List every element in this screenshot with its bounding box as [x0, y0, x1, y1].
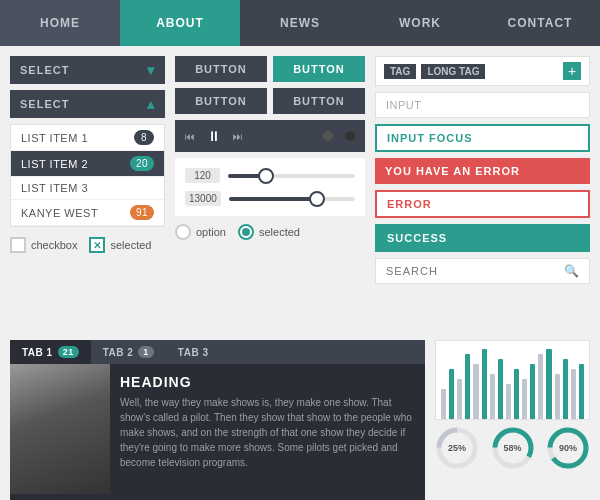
tabs-content: HEADING Well, the way they make shows is…	[10, 364, 425, 500]
search-icon: 🔍	[564, 264, 579, 278]
list-badge: 8	[134, 130, 154, 145]
bar	[490, 374, 495, 419]
bar	[579, 364, 584, 419]
tab-heading: HEADING	[120, 374, 415, 390]
bar	[465, 354, 470, 419]
slider-1-value: 120	[185, 168, 220, 183]
slider-1-track[interactable]	[228, 174, 355, 178]
radio-circle-unselected	[175, 224, 191, 240]
tab-tab3[interactable]: TAB 3	[166, 340, 221, 364]
error-button[interactable]: YOU HAVE AN ERROR	[375, 158, 590, 184]
tab-tab1[interactable]: TAB 121	[10, 340, 91, 364]
list-box: LIST ITEM 18LIST ITEM 220LIST ITEM 3KANY…	[10, 124, 165, 227]
radio-label-selected: selected	[259, 226, 300, 238]
radio-label-option: option	[196, 226, 226, 238]
media-player: ⏮ ⏸ ⏭	[175, 120, 365, 152]
checkbox-label: checkbox	[31, 239, 77, 251]
input-error[interactable]: ERROR	[375, 190, 590, 218]
search-input[interactable]	[386, 265, 564, 277]
checkbox-unchecked[interactable]: checkbox	[10, 237, 77, 253]
tab-label: TAB 2	[103, 347, 134, 358]
slider-2-handle[interactable]	[309, 191, 325, 207]
bar	[482, 349, 487, 419]
bar	[546, 349, 551, 419]
button-1[interactable]: BUTTON	[175, 56, 267, 82]
slider-2-track[interactable]	[229, 197, 355, 201]
slider-1-handle[interactable]	[258, 168, 274, 184]
selected-label: selected	[110, 239, 151, 251]
bar	[449, 369, 454, 419]
tag-1[interactable]: TAG	[384, 64, 416, 79]
tabs-panel: TAB 121TAB 21TAB 3 HEADING Well, the way…	[10, 340, 425, 500]
add-tag-button[interactable]: +	[563, 62, 581, 80]
skip-forward-icon[interactable]: ⏭	[233, 131, 243, 142]
tab-tab2[interactable]: TAB 21	[91, 340, 166, 364]
slider-row-1: 120	[185, 168, 355, 183]
input-success[interactable]: SUCCESS	[375, 224, 590, 252]
donut-chart: 58%	[491, 426, 535, 470]
bar	[441, 389, 446, 419]
tag-row: TAG LONG TAG +	[375, 56, 590, 86]
person-photo	[10, 364, 110, 494]
button-2[interactable]: BUTTON	[273, 56, 365, 82]
input-normal[interactable]: INPUT	[375, 92, 590, 118]
bar	[571, 369, 576, 419]
bar-chart	[435, 340, 590, 420]
bar	[506, 384, 511, 419]
play-pause-icon[interactable]: ⏸	[207, 128, 221, 144]
tab-badge: 1	[138, 346, 154, 358]
bar	[473, 364, 478, 419]
button-4[interactable]: BUTTON	[273, 88, 365, 114]
nav-item-home[interactable]: HOME	[0, 0, 120, 46]
input-focus[interactable]: INPUT FOCUS	[375, 124, 590, 152]
select-dropdown-1[interactable]: SELECT ▾	[10, 56, 165, 84]
slider-2-fill	[229, 197, 317, 201]
button-row-2: BUTTON BUTTON	[175, 88, 365, 114]
checkbox-box-checked	[89, 237, 105, 253]
list-badge: 20	[130, 156, 154, 171]
tab-text-area: HEADING Well, the way they make shows is…	[110, 364, 425, 500]
button-3[interactable]: BUTTON	[175, 88, 267, 114]
button-row-1: BUTTON BUTTON	[175, 56, 365, 82]
list-item-label: LIST ITEM 1	[21, 132, 88, 144]
bar	[563, 359, 568, 419]
nav-item-work[interactable]: WORK	[360, 0, 480, 46]
tab-image	[10, 364, 110, 494]
list-item[interactable]: LIST ITEM 3	[11, 177, 164, 200]
list-item[interactable]: LIST ITEM 220	[11, 151, 164, 177]
donut-chart: 25%	[435, 426, 479, 470]
list-item-label: LIST ITEM 3	[21, 182, 88, 194]
donut-label: 58%	[503, 443, 521, 453]
list-badge: 91	[130, 205, 154, 220]
chevron-up-icon: ▴	[147, 96, 155, 112]
list-item[interactable]: KANYE WEST91	[11, 200, 164, 226]
radio-circle-selected	[238, 224, 254, 240]
tab-badge: 21	[58, 346, 79, 358]
bottom-row: TAB 121TAB 21TAB 3 HEADING Well, the way…	[0, 340, 600, 500]
checkbox-checked[interactable]: selected	[89, 237, 151, 253]
list-item-label: LIST ITEM 2	[21, 158, 88, 170]
bar	[522, 379, 527, 419]
tab-body-text: Well, the way they make shows is, they m…	[120, 395, 415, 470]
nav-item-news[interactable]: NEWS	[240, 0, 360, 46]
tabs-header: TAB 121TAB 21TAB 3	[10, 340, 425, 364]
checkbox-row: checkbox selected	[10, 237, 165, 253]
bar	[514, 369, 519, 419]
skip-back-icon[interactable]: ⏮	[185, 131, 195, 142]
volume-mute-icon	[345, 131, 355, 141]
bar	[457, 379, 462, 419]
nav-item-about[interactable]: ABOUT	[120, 0, 240, 46]
radio-option[interactable]: option	[175, 224, 226, 240]
charts-area: 25%58%90%	[435, 340, 590, 500]
tab-label: TAB 1	[22, 347, 53, 358]
tab-label: TAB 3	[178, 347, 209, 358]
donut-chart: 90%	[546, 426, 590, 470]
tag-2[interactable]: LONG TAG	[421, 64, 485, 79]
nav-item-contact[interactable]: CONTACT	[480, 0, 600, 46]
donut-label: 90%	[559, 443, 577, 453]
select-dropdown-2[interactable]: SELECT ▴	[10, 90, 165, 118]
bar	[555, 374, 560, 419]
radio-selected[interactable]: selected	[238, 224, 300, 240]
list-item[interactable]: LIST ITEM 18	[11, 125, 164, 151]
slider-2-value: 13000	[185, 191, 221, 206]
